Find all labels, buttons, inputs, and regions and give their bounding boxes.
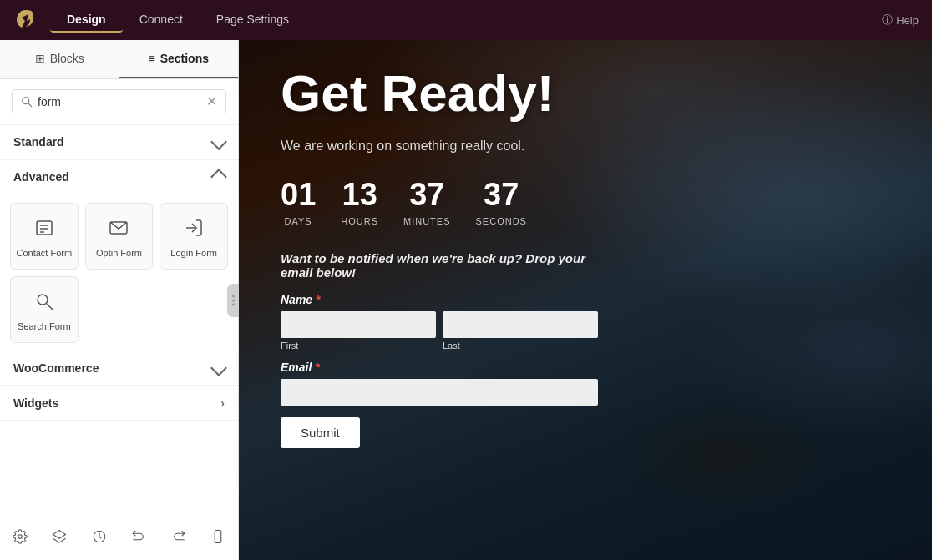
first-name-field-wrap: First [281, 311, 436, 351]
countdown-timer: 01 DAYS 13 HOURS 37 MINUTES 37 SECONDS [281, 177, 890, 228]
email-label: Email * [281, 361, 598, 374]
countdown-hours-value: 13 [341, 177, 378, 213]
form-note: Want to be notified when we're back up? … [281, 251, 598, 280]
nav-design[interactable]: Design [50, 8, 123, 33]
contact-form-label: Contact Form [17, 248, 73, 258]
search-form-icon [34, 291, 54, 316]
countdown-seconds: 37 SECONDS [476, 177, 527, 228]
logo-icon [13, 8, 37, 32]
first-name-input[interactable] [281, 311, 436, 338]
email-input[interactable] [281, 379, 598, 406]
section-standard: Standard [0, 125, 238, 160]
nav-connect[interactable]: Connect [123, 8, 200, 33]
search-form-label: Search Form [18, 321, 71, 331]
layers-icon[interactable] [45, 526, 73, 552]
last-name-sublabel: Last [443, 341, 598, 351]
svg-point-0 [23, 98, 29, 104]
hero-title: Get Ready! [281, 65, 890, 122]
tab-sections[interactable]: ≡ Sections [119, 40, 239, 78]
sections-icon: ≡ [148, 52, 154, 65]
sidebar: ⊞ Blocks ≡ Sections ✕ [0, 40, 239, 560]
section-widgets-label: Widgets [13, 396, 58, 410]
countdown-minutes: 37 MINUTES [403, 177, 451, 228]
canvas-area: Get Ready! We are working on something r… [239, 40, 932, 560]
sidebar-content: Standard Advanced [0, 125, 238, 517]
name-label: Name * [281, 293, 598, 306]
svg-point-8 [38, 295, 48, 305]
help-icon: ⓘ [882, 13, 893, 28]
countdown-hours-label: HOURS [341, 216, 378, 226]
standard-chevron-icon [210, 134, 227, 150]
search-clear-button[interactable]: ✕ [206, 95, 217, 108]
history-icon[interactable] [85, 526, 114, 552]
sidebar-search: ✕ [0, 79, 238, 125]
search-icon [21, 96, 33, 108]
help-button[interactable]: ⓘ Help [882, 13, 919, 28]
section-advanced-label: Advanced [13, 170, 69, 184]
block-login-form[interactable]: Login Form [160, 203, 228, 270]
section-woocommerce-header[interactable]: WooCommerce [0, 351, 238, 386]
email-field-wrap: Email * [281, 361, 598, 406]
advanced-blocks-grid: Contact Form Optin Form [0, 194, 238, 351]
name-required-star: * [316, 293, 320, 306]
svg-point-17 [232, 303, 235, 305]
tab-blocks[interactable]: ⊞ Blocks [0, 40, 119, 78]
optin-form-icon [109, 218, 129, 243]
settings-icon[interactable] [6, 526, 34, 552]
sidebar-tabs: ⊞ Blocks ≡ Sections [0, 40, 238, 79]
submit-button[interactable]: Submit [281, 417, 360, 448]
tab-blocks-label: Blocks [50, 52, 84, 65]
section-standard-header[interactable]: Standard [0, 125, 238, 159]
section-woocommerce: WooCommerce [0, 351, 238, 386]
svg-point-15 [232, 295, 235, 297]
countdown-days-value: 01 [281, 177, 316, 213]
tab-sections-label: Sections [160, 52, 209, 65]
search-input[interactable] [38, 95, 206, 108]
top-nav: Design Connect Page Settings ⓘ Help [0, 0, 932, 40]
blocks-icon: ⊞ [35, 52, 45, 65]
section-advanced-header[interactable]: Advanced [0, 160, 238, 194]
help-label: Help [896, 14, 919, 27]
contact-form-icon [34, 218, 54, 243]
login-form-icon [184, 218, 204, 243]
first-name-sublabel: First [281, 341, 436, 351]
countdown-seconds-value: 37 [476, 177, 527, 213]
widgets-chevron-icon: › [220, 396, 225, 410]
last-name-input[interactable] [443, 311, 598, 338]
svg-point-16 [232, 299, 235, 301]
countdown-hours: 13 HOURS [341, 177, 378, 228]
section-widgets: Widgets › [0, 386, 238, 421]
countdown-days: 01 DAYS [281, 177, 316, 228]
countdown-seconds-label: SECONDS [476, 216, 527, 226]
canvas-content: Get Ready! We are working on something r… [239, 40, 932, 560]
svg-line-9 [47, 304, 53, 310]
section-widgets-header[interactable]: Widgets › [0, 386, 238, 421]
optin-form-label: Optin Form [96, 248, 142, 258]
redo-icon[interactable] [165, 526, 193, 552]
svg-marker-11 [53, 531, 66, 539]
countdown-minutes-value: 37 [403, 177, 451, 213]
section-woocommerce-label: WooCommerce [13, 361, 99, 375]
hero-subtitle: We are working on something really cool. [281, 139, 890, 154]
sidebar-resize-handle[interactable] [227, 284, 239, 317]
svg-line-1 [28, 103, 32, 107]
sidebar-bottom-toolbar [0, 517, 238, 560]
mobile-icon[interactable] [204, 526, 232, 552]
nav-page-settings[interactable]: Page Settings [200, 8, 306, 33]
email-required-star: * [315, 361, 319, 374]
signup-form: Want to be notified when we're back up? … [281, 251, 598, 448]
sidebar-wrapper: ⊞ Blocks ≡ Sections ✕ [0, 40, 239, 560]
last-name-field-wrap: Last [443, 311, 598, 351]
section-standard-label: Standard [13, 135, 64, 149]
svg-point-10 [18, 535, 23, 539]
login-form-label: Login Form [170, 248, 217, 258]
block-optin-form[interactable]: Optin Form [85, 203, 154, 270]
block-contact-form[interactable]: Contact Form [10, 203, 79, 270]
countdown-days-label: DAYS [285, 216, 312, 226]
countdown-minutes-label: MINUTES [403, 216, 451, 226]
undo-icon[interactable] [124, 526, 153, 552]
section-advanced: Advanced [0, 160, 238, 351]
name-fields: First Last [281, 311, 598, 351]
woocommerce-chevron-icon [210, 360, 227, 376]
block-search-form[interactable]: Search Form [10, 276, 79, 343]
